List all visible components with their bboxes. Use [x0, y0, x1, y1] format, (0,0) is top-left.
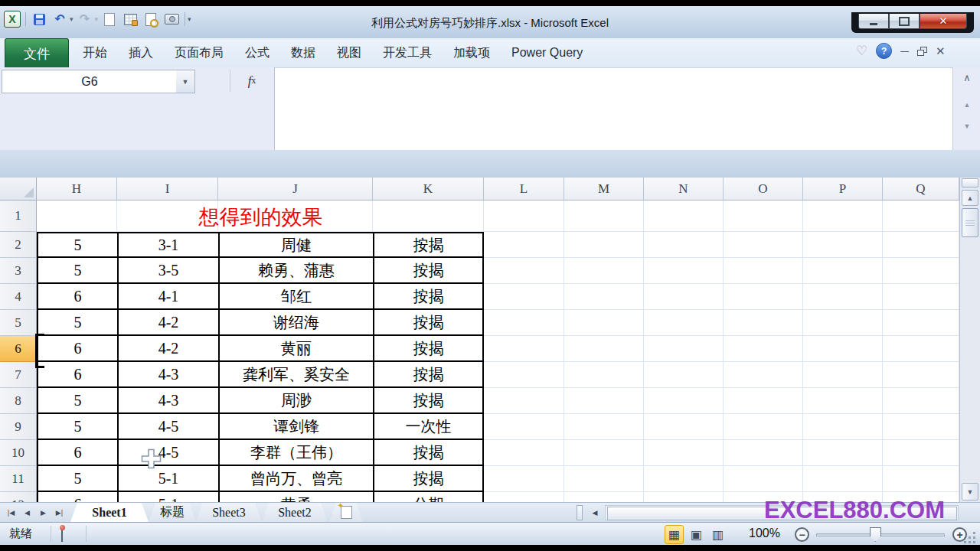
row-header-7[interactable]: 7	[0, 362, 37, 388]
cell-Q9[interactable]	[883, 414, 959, 440]
close-button[interactable]: ✕	[920, 14, 967, 29]
cell-P9[interactable]	[803, 414, 883, 440]
cell-Q8[interactable]	[883, 388, 959, 414]
cell-H9[interactable]: 5	[37, 414, 117, 440]
column-header-M[interactable]: M	[564, 178, 644, 201]
cell-H1[interactable]	[37, 201, 117, 232]
favorite-heart-icon[interactable]: ♡	[856, 43, 867, 59]
cell-L3[interactable]	[484, 258, 564, 284]
cell-K11[interactable]: 按揭	[373, 466, 484, 492]
cell-I7[interactable]: 4-3	[117, 362, 218, 388]
cell-N1[interactable]	[644, 201, 724, 232]
ribbon-tab-page-layout[interactable]: 页面布局	[164, 38, 234, 67]
cell-H3[interactable]: 5	[37, 258, 117, 284]
cell-L2[interactable]	[484, 232, 564, 258]
cell-L1[interactable]	[484, 201, 564, 232]
prev-sheet-button[interactable]: ◀	[19, 505, 35, 520]
zoom-out-button[interactable]: −	[795, 527, 809, 542]
cell-N7[interactable]	[644, 362, 724, 388]
cell-H2[interactable]: 5	[37, 232, 117, 258]
row-header-11[interactable]: 11	[0, 466, 37, 492]
cell-J12[interactable]: 黄勇	[218, 492, 373, 502]
cell-K8[interactable]: 按揭	[373, 388, 484, 414]
minimize-window-icon[interactable]: ─	[900, 44, 909, 57]
formula-scroll-up-icon[interactable]: ▲	[953, 101, 980, 109]
cell-Q11[interactable]	[883, 466, 959, 492]
cell-N12[interactable]	[644, 492, 724, 502]
cell-L4[interactable]	[484, 284, 564, 310]
row-header-5[interactable]: 5	[0, 310, 37, 336]
zoom-level[interactable]: 100%	[749, 527, 780, 540]
page-layout-view-button[interactable]: ▣	[688, 526, 705, 543]
scroll-left-button[interactable]: ◀	[586, 505, 603, 520]
cell-O5[interactable]	[724, 310, 803, 336]
cell-M6[interactable]	[564, 336, 644, 362]
help-icon[interactable]: ?	[876, 43, 892, 59]
ribbon-tab-power-query[interactable]: Power Query	[501, 38, 593, 67]
cell-K4[interactable]: 按揭	[373, 284, 484, 310]
record-macro-icon[interactable]	[61, 527, 63, 542]
cell-H8[interactable]: 5	[37, 388, 117, 414]
cell-L5[interactable]	[484, 310, 564, 336]
normal-view-button[interactable]: ▦	[665, 525, 684, 544]
last-sheet-button[interactable]: ▶|	[51, 505, 67, 520]
cell-L12[interactable]	[484, 492, 564, 502]
scroll-up-button[interactable]: ▲	[962, 190, 978, 206]
cell-N2[interactable]	[644, 232, 724, 258]
cell-L6[interactable]	[484, 336, 564, 362]
cell-J4[interactable]: 邹红	[218, 284, 373, 310]
column-header-O[interactable]: O	[724, 178, 803, 201]
cell-Q5[interactable]	[883, 310, 959, 336]
cell-I2[interactable]: 3-1	[117, 232, 218, 258]
cell-O6[interactable]	[724, 336, 803, 362]
cell-M4[interactable]	[564, 284, 644, 310]
row-header-6[interactable]: 6	[0, 336, 37, 362]
cell-K10[interactable]: 按揭	[373, 440, 484, 466]
cell-Q1[interactable]	[883, 201, 959, 232]
row-header-3[interactable]: 3	[0, 258, 37, 284]
ribbon-tab-data[interactable]: 数据	[280, 38, 326, 67]
cell-K12[interactable]: 分期	[373, 492, 484, 502]
cell-Q2[interactable]	[883, 232, 959, 258]
cell-N9[interactable]	[644, 414, 724, 440]
cell-O4[interactable]	[724, 284, 803, 310]
cell-Q6[interactable]	[883, 336, 959, 362]
vertical-scrollbar[interactable]: ▲ ▼	[959, 178, 980, 502]
cell-P6[interactable]	[803, 336, 883, 362]
column-header-N[interactable]: N	[644, 178, 724, 201]
cell-O8[interactable]	[724, 388, 803, 414]
maximize-button[interactable]	[889, 14, 920, 29]
cell-L10[interactable]	[484, 440, 564, 466]
minimize-button[interactable]	[858, 14, 889, 29]
cell-I10[interactable]: 4-5	[117, 440, 218, 466]
vertical-scroll-thumb[interactable]	[962, 208, 978, 237]
cell-N8[interactable]	[644, 388, 724, 414]
cell-M3[interactable]	[564, 258, 644, 284]
cell-H12[interactable]: 6	[37, 492, 117, 502]
cell-L8[interactable]	[484, 388, 564, 414]
cell-J2[interactable]: 周健	[218, 232, 373, 258]
cell-P5[interactable]	[803, 310, 883, 336]
cell-O10[interactable]	[724, 440, 803, 466]
column-header-P[interactable]: P	[803, 178, 883, 201]
scroll-down-button[interactable]: ▼	[962, 483, 978, 500]
cell-I8[interactable]: 4-3	[117, 388, 218, 414]
cell-M10[interactable]	[564, 440, 644, 466]
cell-J3[interactable]: 赖勇、蒲惠	[218, 258, 373, 284]
first-sheet-button[interactable]: |◀	[3, 505, 19, 520]
cell-j1-red-title[interactable]: 想得到的效果	[182, 204, 339, 231]
cell-M7[interactable]	[564, 362, 644, 388]
cell-P2[interactable]	[803, 232, 883, 258]
cell-Q10[interactable]	[883, 440, 959, 466]
select-all-corner[interactable]	[0, 178, 37, 201]
cell-M1[interactable]	[564, 201, 644, 232]
cell-H7[interactable]: 6	[37, 362, 117, 388]
cell-M12[interactable]	[564, 492, 644, 502]
cell-K6[interactable]: 按揭	[373, 336, 484, 362]
row-header-4[interactable]: 4	[0, 284, 37, 310]
cell-L9[interactable]	[484, 414, 564, 440]
next-sheet-button[interactable]: ▶	[35, 505, 51, 520]
cell-P1[interactable]	[803, 201, 883, 232]
cell-Q4[interactable]	[883, 284, 959, 310]
cell-J5[interactable]: 谢绍海	[218, 310, 373, 336]
